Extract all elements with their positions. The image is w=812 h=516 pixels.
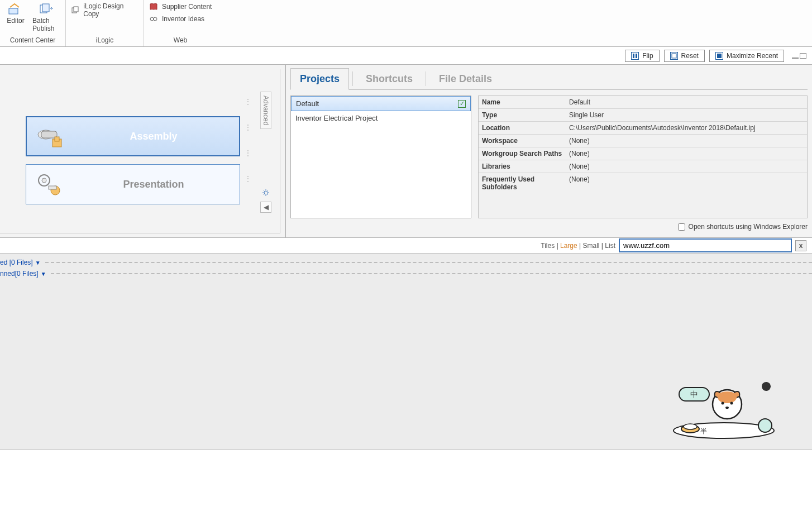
main-panels: ⋮⋮⋮⋮ Assembly Presentation Advanced	[0, 65, 812, 238]
collapse-arrow-icon[interactable]: ◀	[260, 202, 271, 213]
tile-presentation[interactable]: Presentation	[26, 164, 240, 204]
file-group-row[interactable]: ed [0 Files] ▼	[0, 257, 812, 268]
svg-rect-0	[9, 8, 18, 14]
batch-publish-button[interactable]: Batch Publish	[30, 1, 61, 34]
svg-text:中: 中	[690, 390, 698, 399]
ribbon-group-content-center: Editor Batch Publish Content Center	[0, 0, 66, 46]
group-divider	[45, 262, 812, 263]
property-key: Libraries	[479, 160, 566, 173]
recent-files-area: Tiles | Large | Small | List x ed [0 Fil…	[0, 238, 812, 488]
property-row: Frequently Used Subfolders(None)	[479, 173, 807, 193]
check-icon: ✓	[458, 100, 466, 108]
svg-rect-10	[717, 54, 722, 58]
flip-label: Flip	[642, 52, 653, 60]
view-bar: Tiles | Large | Small | List x	[0, 238, 812, 254]
property-row: TypeSingle User	[479, 109, 807, 122]
open-shortcuts-checkbox[interactable]	[678, 223, 685, 231]
tab-separator	[426, 71, 426, 86]
reset-label: Reset	[681, 52, 699, 60]
svg-rect-8	[636, 54, 637, 58]
property-key: Frequently Used Subfolders	[479, 173, 566, 193]
svg-rect-2	[42, 4, 49, 12]
ideas-icon	[149, 15, 159, 23]
batch-publish-label: Batch Publish	[32, 17, 59, 32]
ilogic-design-copy-link[interactable]: iLogic Design Copy	[70, 2, 139, 18]
window-controls	[792, 53, 806, 59]
clear-search-button[interactable]: x	[795, 240, 806, 251]
group-divider	[51, 273, 812, 274]
property-key: Workspace	[479, 135, 566, 147]
property-key: Workgroup Search Paths	[479, 147, 566, 160]
presentation-icon	[34, 170, 68, 198]
project-item-electrical[interactable]: Inventor Electrical Project	[291, 111, 471, 125]
window-restore-icon[interactable]	[800, 53, 806, 59]
ribbon-group-label-web: Web	[149, 36, 212, 46]
file-group-label: nned[0 Files]	[0, 270, 39, 278]
tab-file-details[interactable]: File Details	[429, 68, 501, 89]
ribbon-group-web: Supplier Content Inventor Ideas Web	[144, 0, 217, 46]
property-key: Name	[479, 96, 566, 108]
file-group-label: ed [0 Files]	[0, 259, 33, 266]
editor-button[interactable]: Editor	[4, 1, 27, 26]
svg-point-6	[154, 17, 157, 21]
property-value: C:\Users\Public\Documents\Autodesk\Inven…	[566, 122, 807, 134]
project-name: Inventor Electrical Project	[295, 114, 378, 122]
svg-point-5	[150, 17, 154, 21]
svg-point-23	[730, 402, 733, 405]
footer-bar	[0, 449, 812, 488]
tile-assembly[interactable]: Assembly	[26, 116, 240, 156]
property-row: NameDefault	[479, 96, 807, 109]
search-input[interactable]	[619, 238, 792, 252]
editor-label: Editor	[7, 17, 24, 25]
property-value: Default	[566, 96, 807, 108]
property-value: (None)	[566, 160, 807, 173]
window-min-icon[interactable]	[792, 53, 799, 59]
assembly-icon	[35, 122, 68, 150]
property-row: Libraries(None)	[479, 160, 807, 173]
inventor-ideas-link[interactable]: Inventor Ideas	[149, 15, 212, 23]
view-small[interactable]: Small	[583, 242, 600, 250]
maximize-recent-button[interactable]: Maximize Recent	[709, 50, 784, 62]
supplier-content-link[interactable]: Supplier Content	[149, 2, 212, 11]
tab-separator	[352, 71, 353, 86]
property-value: (None)	[566, 135, 807, 147]
svg-point-16	[42, 178, 46, 183]
property-row: LocationC:\Users\Public\Documents\Autode…	[479, 122, 807, 135]
gear-icon[interactable]	[261, 188, 270, 197]
mascot-image: 中 半	[668, 378, 780, 439]
tab-projects[interactable]: Projects	[290, 68, 349, 90]
view-large[interactable]: Large	[560, 242, 577, 250]
ribbon-group-ilogic: iLogic Design Copy iLogic	[66, 0, 144, 46]
projects-panel: Projects Shortcuts File Details Default …	[286, 65, 812, 237]
property-value: Single User	[566, 109, 807, 121]
reset-button[interactable]: Reset	[664, 50, 705, 62]
project-item-default[interactable]: Default ✓	[291, 96, 471, 111]
copy-icon	[70, 6, 80, 15]
file-group-row[interactable]: nned[0 Files] ▼	[0, 268, 812, 279]
file-groups: ed [0 Files] ▼ nned[0 Files] ▼	[0, 254, 812, 279]
property-value: (None)	[566, 147, 807, 160]
view-list[interactable]: List	[605, 242, 615, 250]
property-row: Workspace(None)	[479, 135, 807, 147]
tab-shortcuts[interactable]: Shortcuts	[356, 68, 422, 89]
maximize-label: Maximize Recent	[727, 52, 778, 60]
svg-point-22	[722, 402, 724, 405]
svg-point-26	[684, 424, 697, 429]
property-table: NameDefault TypeSingle User LocationC:\U…	[478, 95, 808, 218]
reset-icon	[670, 52, 678, 60]
flip-button[interactable]: Flip	[625, 50, 659, 62]
inventor-ideas-label: Inventor Ideas	[162, 15, 204, 23]
maximize-icon	[715, 52, 723, 60]
tabs: Projects Shortcuts File Details	[290, 68, 808, 90]
chevron-down-icon: ▼	[35, 260, 41, 266]
svg-rect-18	[49, 186, 56, 189]
ribbon: Editor Batch Publish Content Center iLog…	[0, 0, 812, 47]
svg-point-27	[758, 419, 772, 432]
advanced-toggle[interactable]: Advanced	[260, 92, 271, 129]
supplier-content-label: Supplier Content	[162, 3, 212, 11]
ribbon-group-label-ilogic: iLogic	[70, 36, 139, 46]
property-key: Type	[479, 109, 566, 121]
editor-icon	[7, 2, 25, 16]
view-tiles[interactable]: Tiles	[541, 242, 555, 250]
svg-point-19	[264, 191, 268, 194]
